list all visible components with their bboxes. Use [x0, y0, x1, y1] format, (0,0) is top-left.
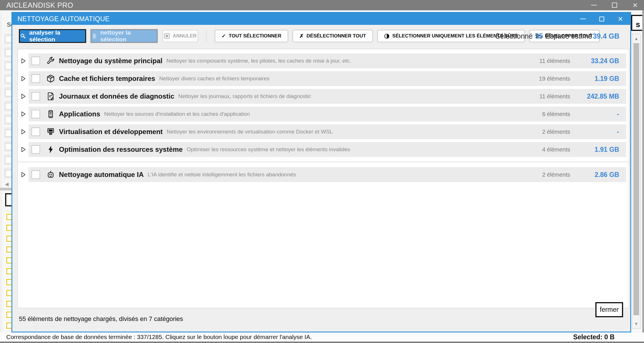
select-all-label: TOUT SÉLECTIONNER	[229, 33, 281, 39]
category-checkbox[interactable]	[31, 92, 40, 101]
magnifier-icon	[20, 33, 26, 39]
selected-size: Selected: 0 B	[573, 333, 615, 341]
background-checkbox[interactable]	[5, 116, 12, 123]
background-checkbox[interactable]	[5, 103, 12, 110]
expand-arrow-icon[interactable]	[21, 93, 26, 99]
expand-arrow-icon[interactable]	[21, 172, 26, 178]
window-right-border	[642, 10, 644, 342]
background-checkbox[interactable]	[5, 49, 12, 56]
category-band[interactable]: Virtualisation et développement Nettoyer…	[29, 124, 626, 139]
background-yellow-row	[4, 298, 11, 309]
category-size: -	[570, 110, 619, 118]
robot-icon	[46, 170, 55, 179]
app-root: AICLEANDISK PRO × Sé ◀ s ▲ ▼ NETTOYAGE A…	[0, 0, 644, 343]
nettoyage-automatique-dialog: NETTOYAGE AUTOMATIQUE × analyser la séle…	[11, 12, 631, 332]
category-checkbox[interactable]	[31, 170, 40, 179]
maximize-icon[interactable]	[611, 1, 618, 9]
background-button-cut[interactable]: s	[631, 15, 642, 31]
category-count: 2 éléments	[542, 172, 570, 178]
background-list-row	[4, 99, 11, 111]
x-icon: ✗	[299, 33, 304, 39]
deselect-all-button[interactable]: ✗ DÉSÉLECTIONNER TOUT	[293, 30, 373, 42]
window-bottom-border	[0, 342, 644, 343]
category-band[interactable]: Applications Nettoyer les sources d'inst…	[29, 107, 626, 121]
modal-close-icon[interactable]: ×	[618, 13, 623, 25]
trash-icon	[91, 33, 97, 39]
category-checkbox[interactable]	[31, 57, 40, 65]
background-yellow-row	[4, 255, 11, 266]
category-band[interactable]: Nettoyage automatique IA L'IA identifie …	[29, 167, 626, 182]
category-size: 33.24 GB	[570, 57, 619, 65]
background-yellow-row	[4, 309, 11, 320]
expand-arrow-icon[interactable]	[21, 58, 26, 64]
category-title: Nettoyage du système principal	[59, 57, 162, 65]
background-checkbox[interactable]	[5, 143, 12, 150]
category-row: Applications Nettoyer les sources d'inst…	[18, 105, 629, 123]
background-checkbox[interactable]	[5, 157, 12, 163]
category-checkbox[interactable]	[31, 74, 40, 83]
scrollbar[interactable]: ▲ ▼	[632, 34, 641, 329]
cancel-label: ANNULER	[173, 33, 196, 39]
category-title: Optimisation des ressources système	[59, 145, 183, 153]
panel-border	[1, 12, 1, 332]
cancel-button[interactable]: ANNULER	[163, 30, 198, 42]
category-band[interactable]: Journaux et données de diagnostic Nettoy…	[29, 89, 626, 104]
category-description: Optimiser les ressources système et nett…	[187, 146, 350, 153]
category-band[interactable]: Nettoyage du système principal Nettoyer …	[29, 53, 626, 68]
background-window-right: s ▲ ▼	[631, 10, 642, 333]
category-checkbox[interactable]	[31, 127, 40, 136]
category-checkbox[interactable]	[31, 110, 40, 118]
modal-minimize-icon[interactable]	[580, 19, 586, 19]
category-band[interactable]: Optimisation des ressources système Opti…	[29, 142, 626, 157]
background-list-row	[4, 59, 11, 71]
scrollbar-thumb[interactable]	[633, 43, 639, 315]
deselect-all-label: DÉSÉLECTIONNER TOUT	[307, 33, 366, 39]
expand-arrow-icon[interactable]	[21, 111, 26, 117]
category-checkbox[interactable]	[31, 145, 40, 154]
main-window-title: AICLEANDISK PRO	[6, 1, 73, 9]
background-list-row	[4, 45, 11, 58]
category-count: 6 éléments	[542, 111, 570, 117]
category-count: 2 éléments	[542, 129, 570, 135]
virtualization-icon	[46, 127, 55, 136]
background-list-row	[4, 72, 11, 85]
modal-maximize-icon[interactable]	[599, 17, 604, 21]
scroll-left-icon[interactable]: ◀	[5, 181, 9, 187]
category-list: Nettoyage du système principal Nettoyer …	[17, 49, 629, 308]
category-count: 4 éléments	[542, 146, 570, 153]
minimize-icon[interactable]	[590, 1, 598, 9]
category-title: Journaux et données de diagnostic	[59, 92, 174, 100]
space-label: Espace estimé	[545, 32, 592, 40]
main-titlebar: AICLEANDISK PRO ×	[0, 0, 644, 10]
category-description: Nettoyer les journaux, rapports et fichi…	[178, 93, 311, 99]
category-band[interactable]: Cache et fichiers temporaires Nettoyer d…	[29, 71, 626, 86]
background-checkbox[interactable]	[5, 170, 12, 177]
scroll-up-icon[interactable]: ▲	[632, 35, 640, 43]
status-message: Correspondance de base de données termin…	[6, 334, 312, 340]
analyze-selection-button[interactable]: analyser la sélection	[19, 29, 86, 43]
background-checkbox[interactable]	[5, 36, 12, 43]
expand-arrow-icon[interactable]	[21, 76, 26, 81]
clean-selection-button[interactable]: nettoyer la sélection	[90, 29, 158, 43]
background-window-left: Sé ◀	[0, 10, 11, 333]
package-icon	[46, 74, 55, 83]
background-list-row	[4, 126, 11, 138]
selected-count: 55	[535, 32, 543, 40]
close-icon[interactable]: ×	[631, 1, 639, 9]
modal-titlebar: NETTOYAGE AUTOMATIQUE ×	[12, 13, 630, 25]
group-separator	[18, 162, 629, 162]
background-checkbox[interactable]	[5, 63, 12, 69]
background-checkbox[interactable]	[5, 76, 12, 83]
expand-arrow-icon[interactable]	[21, 147, 26, 152]
select-all-button[interactable]: ✓ TOUT SÉLECTIONNER	[215, 30, 288, 42]
background-checkbox[interactable]	[5, 89, 12, 96]
scroll-down-icon[interactable]: ▼	[632, 320, 640, 328]
selected-label: Sélectionné	[495, 32, 533, 40]
check-icon: ✓	[222, 33, 226, 39]
background-checkbox[interactable]	[5, 130, 12, 137]
background-yellow-row	[4, 244, 11, 255]
expand-arrow-icon[interactable]	[21, 129, 26, 135]
category-size: 1.19 GB	[570, 75, 619, 83]
selection-summary: Sélectionné 55 Espace estimé 39.4 GB	[495, 29, 619, 43]
close-dialog-button[interactable]: fermer	[595, 302, 623, 317]
